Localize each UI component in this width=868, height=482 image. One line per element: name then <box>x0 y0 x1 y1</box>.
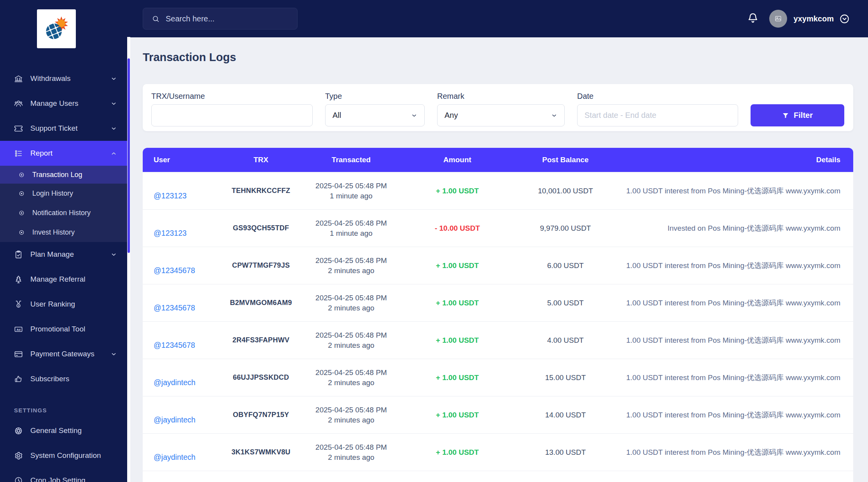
chevron-down-circle-icon[interactable] <box>839 14 850 24</box>
sidebar-item-label: Plan Manage <box>30 250 74 259</box>
username-link[interactable]: @jaydintech <box>154 378 196 387</box>
transacted-cell: 2025-04-25 05:48 PM 2 minutes ago <box>304 396 398 433</box>
date-range-input[interactable] <box>577 104 738 126</box>
radio-dot-icon <box>18 190 25 197</box>
clock-icon <box>14 476 23 482</box>
user-cell: @jaydintech <box>143 396 218 433</box>
sidebar-item-label: Cron Job Setting <box>30 476 86 482</box>
sidebar-item-payment-gateways[interactable]: Payment Gateways <box>0 342 128 366</box>
report-submenu: Transaction Log Login History Notificati… <box>0 166 128 242</box>
sidebar-item-manage-users[interactable]: Manage Users <box>0 91 128 116</box>
details-cell: 1.00 USDT interest from Pos Mining-优选源码库… <box>614 284 853 321</box>
clipboard-check-icon <box>14 250 23 259</box>
submenu-item-label: Login History <box>32 189 73 198</box>
filter-button[interactable]: Filter <box>751 104 844 126</box>
username-link[interactable]: @12345678 <box>154 303 195 312</box>
sidebar-item-label: Withdrawals <box>30 74 70 83</box>
transacted-cell: 2025-04-25 05:48 PM 1 minute ago <box>304 172 398 209</box>
notification-bell-icon[interactable] <box>747 12 759 25</box>
username-link[interactable]: @12345678 <box>154 341 195 350</box>
wheel-icon <box>14 426 23 435</box>
trx-username-input[interactable] <box>151 104 313 126</box>
amount-cell: + 1.00 USDT <box>398 396 516 433</box>
username-link[interactable]: @jaydintech <box>154 453 196 462</box>
sidebar-item-support-ticket[interactable]: Support Ticket <box>0 116 128 141</box>
remark-select[interactable]: Any <box>437 104 565 126</box>
radio-dot-icon <box>18 229 25 236</box>
transacted-datetime: 2025-04-25 05:48 PM <box>315 293 387 303</box>
list-icon <box>14 149 23 158</box>
topbar-right-cluster: yxymkcom <box>747 0 850 37</box>
users-icon <box>14 99 23 108</box>
sidebar-item-subscribers[interactable]: Subscribers <box>0 366 128 391</box>
submenu-item-login-history[interactable]: Login History <box>0 184 128 203</box>
user-cell: @12345678 <box>143 247 218 284</box>
remark-label: Remark <box>437 92 565 101</box>
details-cell: 1.00 USDT interest from Pos Mining-优选源码库… <box>614 434 853 471</box>
sidebar-scrollbar-track[interactable] <box>127 37 130 482</box>
sidebar-scrollbar-thumb[interactable] <box>128 58 130 253</box>
sidebar-item-system-configuration[interactable]: System Configuration <box>0 443 128 468</box>
transacted-ago: 1 minute ago <box>330 228 373 238</box>
table-row: @123123 GS93QCH55TDF 2025-04-25 05:48 PM… <box>143 209 853 247</box>
remark-select-value: Any <box>444 111 458 120</box>
transacted-cell: 2025-04-25 05:48 PM 2 minutes ago <box>304 322 398 359</box>
username-link[interactable]: @123123 <box>154 191 187 200</box>
chevron-down-icon <box>411 112 417 119</box>
sidebar-item-label: General Setting <box>30 426 82 435</box>
username-link[interactable]: @12345678 <box>154 266 195 275</box>
username-link[interactable]: @jaydintech <box>154 415 196 424</box>
credit-card-icon <box>14 350 23 359</box>
type-label: Type <box>325 92 425 101</box>
sidebar-item-report[interactable]: Report <box>0 141 128 166</box>
user-cell: @123123 <box>143 172 218 209</box>
column-header-post-balance: Post Balance <box>516 148 614 172</box>
table-row: @jaydintech 66UJJPSSKDCD 2025-04-25 05:4… <box>143 359 853 396</box>
type-select[interactable]: All <box>325 104 425 126</box>
transacted-cell: 2025-04-25 05:48 PM 1 minute ago <box>304 210 398 247</box>
username-link[interactable]: @123123 <box>154 229 187 238</box>
radio-dot-icon <box>18 172 25 178</box>
submenu-item-invest-history[interactable]: Invest History <box>0 223 128 242</box>
table-row-partial <box>143 471 853 482</box>
transacted-cell: 2025-04-25 05:48 PM 2 minutes ago <box>304 359 398 396</box>
topbar-username[interactable]: yxymkcom <box>794 14 834 23</box>
medal-icon <box>14 300 23 309</box>
transacted-datetime: 2025-04-25 05:48 PM <box>315 442 387 452</box>
transacted-ago: 2 minutes ago <box>328 266 374 276</box>
sidebar-item-manage-referral[interactable]: Manage Referral <box>0 267 128 292</box>
column-header-amount: Amount <box>398 148 516 172</box>
submenu-item-transaction-log[interactable]: Transaction Log <box>0 166 128 184</box>
sidebar-item-withdrawals[interactable]: Withdrawals <box>0 66 128 91</box>
type-select-value: All <box>332 111 341 120</box>
transacted-ago: 2 minutes ago <box>328 303 374 313</box>
brand-logo[interactable] <box>37 9 76 48</box>
transacted-ago: 2 minutes ago <box>328 340 374 351</box>
sidebar-item-general-setting[interactable]: General Setting <box>0 418 128 443</box>
table-body: @123123 TEHNKRKCCFFZ 2025-04-25 05:48 PM… <box>143 172 853 471</box>
table-row: @12345678 CPW7TMGF79JS 2025-04-25 05:48 … <box>143 247 853 284</box>
sidebar-item-promotional-tool[interactable]: Ad Promotional Tool <box>0 317 128 342</box>
sidebar-item-user-ranking[interactable]: User Ranking <box>0 292 128 317</box>
user-cell: @jaydintech <box>143 434 218 471</box>
avatar[interactable] <box>769 10 787 28</box>
chevron-down-icon <box>111 252 117 258</box>
transacted-ago: 2 minutes ago <box>328 452 374 463</box>
sidebar-item-plan-manage[interactable]: Plan Manage <box>0 242 128 267</box>
chevron-down-icon <box>111 126 117 131</box>
post-balance-cell: 6.00 USDT <box>516 247 614 284</box>
transacted-ago: 1 minute ago <box>330 191 373 201</box>
table-header-row: User TRX Transacted Amount Post Balance … <box>143 148 853 172</box>
details-cell: 1.00 USDT interest from Pos Mining-优选源码库… <box>614 396 853 433</box>
globe-sun-logo-icon <box>43 16 70 42</box>
sidebar-item-label: User Ranking <box>30 300 75 308</box>
trx-cell: TEHNKRKCCFFZ <box>218 172 304 209</box>
chevron-down-icon <box>111 76 117 82</box>
sidebar-item-cron-job-setting[interactable]: Cron Job Setting <box>0 468 128 482</box>
transacted-datetime: 2025-04-25 05:48 PM <box>315 218 387 228</box>
transacted-cell: 2025-04-25 05:48 PM 2 minutes ago <box>304 284 398 321</box>
post-balance-cell: 5.00 USDT <box>516 284 614 321</box>
submenu-item-notification-history[interactable]: Notification History <box>0 203 128 223</box>
bank-icon <box>14 74 23 83</box>
search-input[interactable] <box>160 8 297 29</box>
